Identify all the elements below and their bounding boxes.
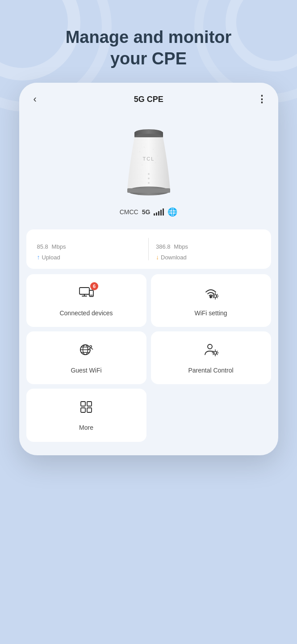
guest-wifi-icon [78, 341, 95, 362]
svg-line-30 [213, 297, 214, 298]
network-type: 5G [142, 208, 151, 216]
svg-rect-15 [79, 288, 89, 294]
connected-devices-icon: 6 [78, 284, 95, 305]
upload-speed: 85.8 Mbps ↑ Upload [37, 237, 142, 261]
svg-point-5 [148, 178, 150, 179]
more-icon [78, 398, 95, 419]
guest-wifi-label: Guest WiFi [71, 366, 101, 374]
parental-control-label: Parental Control [188, 366, 233, 374]
download-label: Download [161, 254, 187, 261]
speed-divider [148, 238, 149, 260]
more-card[interactable]: More [26, 389, 146, 441]
bottom-row: More [26, 389, 271, 441]
svg-rect-18 [89, 290, 93, 297]
svg-text:TCL: TCL [142, 156, 155, 161]
svg-line-28 [217, 297, 218, 298]
download-arrow-icon: ↓ [156, 254, 159, 261]
more-menu-button[interactable]: ⋮ [257, 93, 267, 105]
svg-line-46 [217, 354, 218, 355]
svg-point-20 [210, 296, 212, 298]
svg-rect-49 [81, 402, 85, 406]
signal-bars [154, 208, 164, 216]
upload-value: 85.8 [37, 243, 48, 250]
back-button[interactable]: ‹ [30, 92, 40, 107]
svg-point-38 [208, 344, 212, 349]
device-image-area: TCL CMCC 5G [19, 111, 278, 224]
wifi-setting-card[interactable]: WiFi setting [151, 274, 271, 327]
page-title: Manage and monitor your CPE [0, 0, 297, 83]
svg-point-10 [144, 147, 145, 148]
globe-icon: 🌐 [167, 207, 177, 217]
download-value: 386.8 [156, 243, 171, 250]
svg-point-4 [148, 173, 150, 175]
upload-unit: Mbps [52, 243, 66, 250]
connected-devices-badge: 6 [90, 282, 98, 290]
network-info: CMCC 5G 🌐 [120, 207, 178, 217]
svg-point-6 [148, 182, 150, 184]
parental-control-card[interactable]: Parental Control [151, 331, 271, 384]
svg-rect-51 [81, 408, 85, 412]
svg-point-9 [139, 151, 140, 152]
carrier-name: CMCC [120, 208, 138, 216]
upload-arrow-icon: ↑ [37, 254, 40, 261]
svg-rect-50 [87, 402, 92, 406]
svg-point-14 [155, 162, 156, 163]
download-speed: 386.8 Mbps ↓ Download [156, 237, 260, 261]
svg-rect-52 [87, 408, 92, 412]
svg-rect-8 [127, 188, 170, 193]
router-image: TCL [104, 116, 193, 205]
svg-point-11 [153, 149, 154, 150]
speed-card: 85.8 Mbps ↑ Upload 386.8 Mbps ↓ Download [26, 229, 271, 269]
connected-devices-label: Connected devices [59, 309, 113, 317]
connected-devices-card[interactable]: 6 Connected devices [26, 274, 146, 327]
guest-wifi-card[interactable]: Guest WiFi [26, 331, 146, 384]
svg-line-29 [217, 294, 218, 295]
wifi-setting-icon [202, 284, 219, 305]
svg-point-12 [157, 156, 158, 157]
screen-title: 5G CPE [134, 95, 163, 104]
download-unit: Mbps [174, 243, 188, 250]
empty-cell [151, 389, 271, 441]
svg-line-48 [213, 354, 214, 355]
parental-control-icon [202, 341, 219, 362]
svg-point-13 [142, 165, 142, 165]
wifi-setting-label: WiFi setting [194, 309, 227, 317]
svg-line-47 [217, 351, 218, 352]
svg-line-27 [213, 294, 214, 295]
phone-header: ‹ 5G CPE ⋮ [19, 83, 278, 111]
phone-frame: ‹ 5G CPE ⋮ [19, 83, 278, 455]
more-label: More [79, 424, 93, 432]
upload-label: Upload [42, 254, 60, 261]
feature-grid: 6 Connected devices [26, 274, 271, 384]
